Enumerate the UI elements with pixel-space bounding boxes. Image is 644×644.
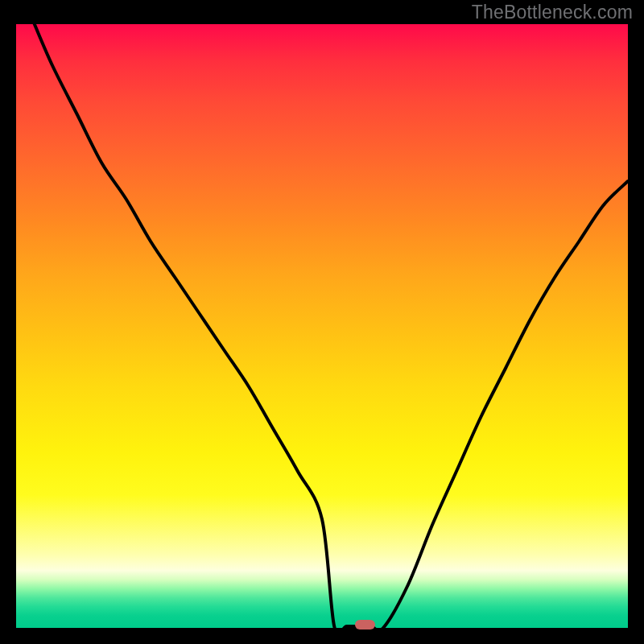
bottleneck-curve bbox=[16, 24, 628, 628]
chart-frame: TheBottleneck.com bbox=[0, 0, 644, 644]
watermark-text: TheBottleneck.com bbox=[472, 2, 633, 23]
plot-area bbox=[16, 24, 628, 628]
optimum-marker bbox=[355, 620, 375, 630]
curve-path bbox=[35, 24, 628, 628]
